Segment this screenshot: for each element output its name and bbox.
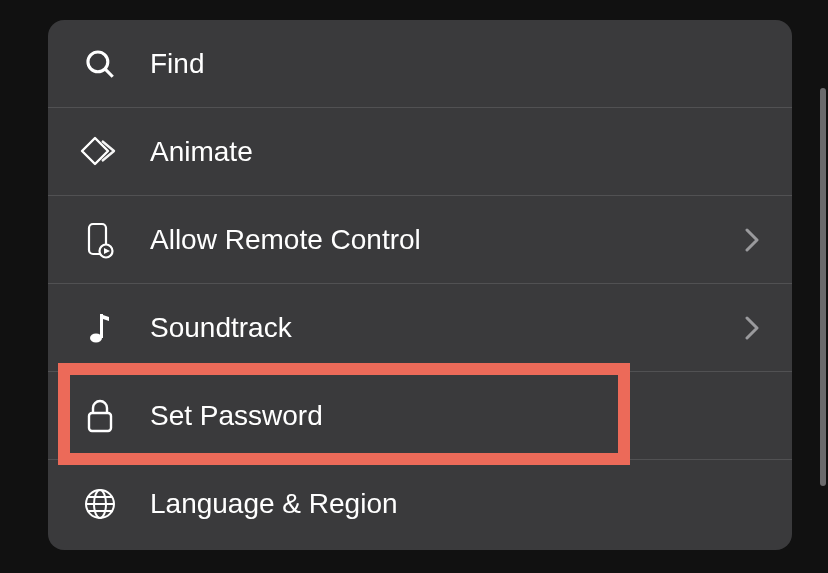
menu-item-soundtrack[interactable]: Soundtrack — [48, 284, 792, 372]
menu-item-label: Find — [150, 48, 762, 80]
music-icon — [78, 306, 122, 350]
search-icon — [78, 42, 122, 86]
menu-item-label: Allow Remote Control — [150, 224, 742, 256]
menu-item-set-password[interactable]: Set Password — [48, 372, 792, 460]
svg-point-0 — [88, 51, 108, 71]
animate-icon — [78, 130, 122, 174]
svg-line-1 — [105, 68, 113, 76]
lock-icon — [78, 394, 122, 438]
remote-icon — [78, 218, 122, 262]
menu-item-label: Set Password — [150, 400, 762, 432]
menu-item-label: Soundtrack — [150, 312, 742, 344]
menu-item-allow-remote-control[interactable]: Allow Remote Control — [48, 196, 792, 284]
globe-icon — [78, 482, 122, 526]
menu-item-animate[interactable]: Animate — [48, 108, 792, 196]
settings-menu-panel: Find Animate Allow Remote Control — [48, 20, 792, 550]
chevron-right-icon — [742, 311, 762, 345]
menu-item-label: Language & Region — [150, 488, 762, 520]
menu-item-language-region[interactable]: Language & Region — [48, 460, 792, 548]
svg-rect-9 — [89, 413, 111, 431]
menu-item-find[interactable]: Find — [48, 20, 792, 108]
scrollbar[interactable] — [820, 88, 826, 486]
chevron-right-icon — [742, 223, 762, 257]
menu-item-label: Animate — [150, 136, 762, 168]
